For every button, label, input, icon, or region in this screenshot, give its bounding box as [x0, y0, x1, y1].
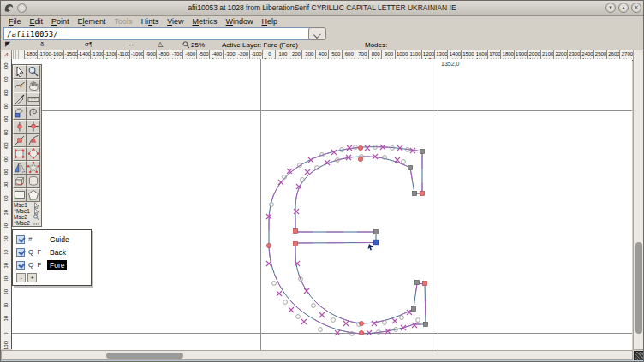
layer-visible-checkbox[interactable] [16, 235, 25, 244]
tool-pointer-button[interactable] [13, 65, 27, 79]
hvcurve-point-icon [27, 121, 39, 132]
tool-ruler-button[interactable] [27, 92, 40, 106]
corner-point-icon [14, 134, 26, 145]
vertical-scrollbar[interactable] [633, 50, 644, 350]
window-title: afii10053 at 1028 from LiberationSerif C… [1, 3, 643, 12]
vertical-ruler[interactable]: 2000190018001700160015001400130012001100… [1, 59, 12, 349]
tool-polygon-button[interactable] [27, 188, 40, 202]
hruler-label: -1500 [64, 50, 78, 58]
hruler-label: 2700 [620, 50, 634, 58]
hand-icon [27, 80, 39, 91]
modes-label: Modes: [365, 41, 387, 49]
cursor-arrow [368, 244, 374, 251]
sigma-glyph-icon: σ¶ [85, 40, 92, 48]
menu-edit[interactable]: Edit [26, 16, 48, 26]
add-layer-button[interactable]: + [27, 273, 37, 282]
tool-tangent-point-button[interactable] [27, 134, 40, 147]
tool-spiro-button[interactable] [27, 147, 40, 161]
hruler-label: 1100 [408, 50, 422, 58]
tool-palette: Mse1^Mse1Mse2^Mse2 [12, 64, 42, 227]
tool-flip-button[interactable] [27, 106, 40, 120]
menu-view[interactable]: View [163, 16, 188, 26]
zoom-level: 25% [191, 41, 205, 49]
tool-perspective-button[interactable] [27, 175, 40, 188]
pen-icon [14, 148, 26, 159]
maximize-button[interactable]: ▴ [618, 3, 629, 13]
tool-star-button[interactable] [27, 161, 40, 175]
tool-magnify-button[interactable] [27, 65, 40, 79]
tool-pen-button[interactable] [13, 147, 27, 161]
ruler-corner: ⊿ [1, 50, 12, 59]
menu-hints[interactable]: Hints [137, 16, 164, 26]
horizontal-scrollbar[interactable] [1, 350, 633, 360]
angle-icon: △ [158, 40, 163, 48]
hruler-label: 700 [355, 50, 369, 58]
layer-name-fore[interactable]: Fore [47, 260, 67, 270]
tool-hand-button[interactable] [27, 79, 40, 92]
mouse-binding-label: Mse2 [14, 214, 27, 220]
menu-help[interactable]: Help [258, 16, 283, 26]
minimize-button[interactable]: ▾ [605, 3, 616, 13]
tool-scale-button[interactable] [13, 106, 27, 120]
mouse-binding-label: ^Mse2 [14, 220, 30, 226]
perspective-icon [27, 175, 39, 187]
magnify-icon [182, 41, 190, 49]
tool-freehand-button[interactable] [13, 79, 27, 92]
glyph-canvas[interactable]: 1352,0 [12, 59, 632, 350]
hruler-label: -200 [236, 50, 250, 58]
layer-mode-label: Q F [28, 248, 47, 256]
menu-metrics[interactable]: Metrics [188, 16, 222, 26]
vertical-scroll-thumb[interactable] [635, 242, 642, 334]
title-bar[interactable]: afii10053 at 1028 from LiberationSerif C… [1, 1, 643, 16]
menu-file[interactable]: File [4, 16, 26, 26]
tool-corner-point-button[interactable] [13, 134, 27, 147]
tool-rotate3d-button[interactable] [13, 175, 27, 188]
layer-mode-label: # [28, 235, 47, 243]
horizontal-scroll-thumb[interactable] [106, 353, 183, 359]
curve-glyph-icon: δ [40, 40, 44, 48]
tool-skew-button[interactable] [13, 161, 27, 175]
glyph-list-dropdown-button[interactable] [308, 27, 326, 40]
spiro-icon [27, 148, 39, 159]
remove-layer-button[interactable]: - [16, 273, 26, 282]
layer-name-guide[interactable]: Guide [47, 234, 72, 245]
hruler-label: 300 [302, 50, 316, 58]
hruler-label: -1700 [38, 50, 51, 58]
layer-visible-checkbox[interactable] [16, 261, 25, 270]
menu-window[interactable]: Window [222, 16, 258, 26]
hruler-label: 1600 [474, 50, 488, 58]
tool-curve-point-button[interactable] [13, 120, 27, 134]
active-layer-label: Active Layer: Fore (Fore) [222, 41, 298, 49]
pointer-tool-icon: ◤ [5, 40, 10, 48]
ruler-icon [27, 93, 39, 104]
menu-point[interactable]: Point [47, 16, 74, 26]
hruler-label: 900 [382, 50, 396, 58]
layer-visible-checkbox[interactable] [16, 248, 25, 257]
tool-rectangle-button[interactable] [13, 188, 27, 202]
magnify-icon [27, 66, 39, 77]
info-bar: 25% Active Layer: Fore (Fore) Modes: ◤δσ… [1, 41, 643, 50]
curve-point-icon [14, 121, 26, 132]
layer-row-guide: #Guide [15, 233, 89, 246]
hruler-label: 1800 [501, 50, 515, 58]
hruler-label: -1000 [130, 50, 144, 58]
glyph-outline [12, 59, 632, 350]
rotate3d-icon [14, 175, 26, 187]
hruler-label: 2400 [581, 50, 594, 58]
scale-icon [14, 107, 26, 118]
hruler-label: 2000 [528, 50, 541, 58]
knife-icon [14, 93, 26, 104]
mouse-binding-label: Mse1 [14, 202, 27, 208]
hruler-label: -600 [183, 50, 197, 58]
layer-row-back: Q FBack [15, 246, 89, 258]
tool-hvcurve-point-button[interactable] [27, 120, 40, 134]
menu-tools: Tools [110, 16, 137, 26]
hruler-label: 2200 [554, 50, 568, 58]
menu-element[interactable]: Element [74, 16, 110, 26]
glyph-name-input[interactable] [3, 27, 310, 40]
layer-name-back[interactable]: Back [47, 247, 69, 258]
tool-knife-button[interactable] [13, 92, 27, 106]
close-button[interactable]: ✕ [631, 3, 641, 13]
fontforge-glyph-window: afii10053 at 1028 from LiberationSerif C… [0, 0, 644, 362]
hruler-label: 500 [329, 50, 343, 58]
